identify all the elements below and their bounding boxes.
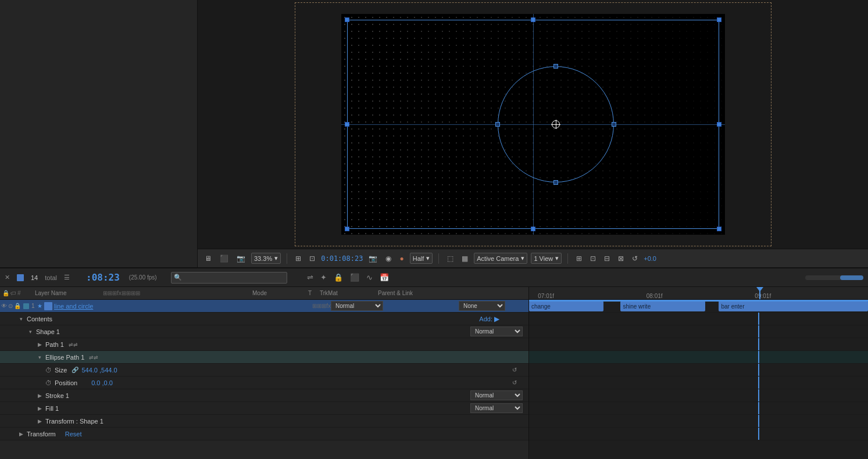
- trkmat-col-header: TrkMat: [320, 290, 378, 296]
- chain-size: 🔗: [72, 367, 78, 373]
- solo-icon-1[interactable]: ⊙: [8, 303, 13, 309]
- viewer-btn-info[interactable]: ⊟: [602, 253, 612, 264]
- viewer-btn-transparency[interactable]: ▦: [459, 253, 470, 264]
- favorite-star-1[interactable]: ★: [37, 303, 42, 309]
- ellipse-handle-right[interactable]: [612, 122, 616, 127]
- tl-btn-lock[interactable]: 🔒: [333, 272, 344, 283]
- stroke1-mode-cell: Normal: [470, 390, 528, 400]
- expand-contents[interactable]: ▾: [17, 315, 24, 322]
- comp-menu-icon[interactable]: ☰: [64, 274, 70, 281]
- lock-icon-1[interactable]: 🔒: [14, 303, 21, 309]
- handle-br[interactable]: [717, 227, 721, 231]
- tl-btn-calendar[interactable]: 📅: [378, 272, 390, 283]
- tick-path1: [758, 338, 759, 350]
- viewer-btn-sync[interactable]: ↺: [630, 253, 640, 264]
- mode-cell-1: Normal: [331, 301, 389, 311]
- mode-select-1[interactable]: Normal: [331, 301, 383, 311]
- transform-shape1-label: Transform : Shape 1: [45, 418, 103, 425]
- tick-transform: [758, 428, 759, 440]
- ellipse-handle-left[interactable]: [495, 122, 500, 127]
- shape1-mode-select[interactable]: Normal: [470, 327, 523, 336]
- handle-tl[interactable]: [345, 17, 349, 22]
- viewer-btn-render[interactable]: ⊞: [574, 253, 584, 264]
- ellipse-handle-top[interactable]: [553, 64, 558, 69]
- eye-icon-1[interactable]: 👁: [1, 303, 7, 309]
- views-dropdown[interactable]: 1 View ▾: [531, 253, 562, 264]
- stopwatch-size[interactable]: ⏱: [45, 367, 52, 374]
- ellipse-handle-bottom[interactable]: [553, 180, 558, 185]
- viewer-btn-screen[interactable]: ⬛: [217, 253, 231, 264]
- quality-chevron: ▾: [426, 254, 430, 262]
- expand-path1[interactable]: ▶: [36, 341, 43, 348]
- viewer-btn-grid[interactable]: ⊞: [293, 253, 303, 264]
- prop-row-transform: ▶ Transform Reset: [0, 428, 528, 440]
- ellipse-icon1: ⇌⇌: [89, 354, 98, 360]
- viewer-btn-flow[interactable]: ⊠: [616, 253, 626, 264]
- reset-btn[interactable]: Reset: [65, 431, 82, 438]
- size-label: Size: [55, 367, 67, 374]
- viewer-toolbar: 🖥 ⬛ 📷 33.3% ▾ ⊞ ⊡ 0:01:08:23 📷 ◉ ● Half …: [198, 249, 868, 267]
- track-row-position: [529, 376, 868, 389]
- timeline-right-toolbar: ⇌ ✦ 🔒 ⬛ ∿ 📅: [301, 272, 395, 283]
- tick-size: [758, 364, 759, 376]
- playhead-triangle: [756, 287, 763, 292]
- camera-dropdown[interactable]: Active Camera ▾: [474, 253, 527, 264]
- time-marker-3: 09:01f: [755, 293, 771, 299]
- viewer-btn-region[interactable]: ⬚: [445, 253, 456, 264]
- fill1-mode-cell: Normal: [470, 403, 528, 413]
- viewer-btn-monitor[interactable]: 🖥: [202, 253, 214, 264]
- tick-contents: [758, 313, 759, 325]
- tl-btn-parent[interactable]: ⇌: [306, 272, 315, 283]
- viewer-btn-safe[interactable]: ⊡: [307, 253, 317, 264]
- expand-transform[interactable]: ▶: [17, 431, 24, 438]
- position-value[interactable]: 0.0 ,0.0: [91, 379, 113, 386]
- stopwatch-position[interactable]: ⏱: [45, 379, 52, 386]
- tl-btn-wave[interactable]: ∿: [365, 272, 374, 283]
- viewer-btn-color[interactable]: ◉: [383, 253, 394, 264]
- zoom-dropdown[interactable]: 33.3% ▾: [251, 253, 281, 264]
- layer-count: 14: [31, 274, 38, 281]
- add-contents-btn[interactable]: Add: ▶: [479, 315, 499, 323]
- handle-tr[interactable]: [717, 17, 721, 22]
- comp-tab-name[interactable]: total: [45, 274, 57, 281]
- prop-row-size: ⏱ Size 🔗 544.0 ,544.0 ↺: [0, 364, 528, 376]
- stroke1-mode-select[interactable]: Normal: [470, 390, 523, 400]
- clip-shine-write[interactable]: shine write: [620, 301, 705, 311]
- track-row-contents: [529, 313, 868, 325]
- clip-change[interactable]: change: [529, 301, 603, 311]
- tag-col-icon: 🏷: [10, 290, 16, 296]
- handle-bl[interactable]: [345, 227, 349, 231]
- quality-dropdown[interactable]: Half ▾: [410, 253, 433, 264]
- layer-row-1[interactable]: 👁 ⊙ 🔒 1 ★ line and circle ⊞⊞⊞fx Normal: [0, 300, 528, 313]
- expand-shape1[interactable]: ▾: [27, 328, 34, 335]
- expand-ellipse[interactable]: ▾: [36, 354, 43, 361]
- loop-position: ↺: [512, 379, 517, 386]
- playhead[interactable]: [759, 287, 760, 299]
- size-value[interactable]: 544.0 ,544.0: [81, 367, 117, 374]
- search-container: 🔍: [171, 272, 287, 284]
- viewer-btn-camera[interactable]: 📷: [234, 253, 248, 264]
- parent-select-1[interactable]: None: [459, 301, 505, 311]
- time-ruler: 07:01f 08:01f 09:01f: [529, 287, 868, 300]
- zoom-chevron: ▾: [274, 254, 278, 262]
- t-col-label: T: [308, 290, 312, 296]
- viewer-btn-snapshot[interactable]: 📷: [366, 253, 380, 264]
- tl-btn-shapes[interactable]: ⬛: [349, 272, 360, 283]
- tick-fill1: [758, 402, 759, 414]
- expand-transform-shape1[interactable]: ▶: [36, 418, 43, 425]
- prop-row-ellipse[interactable]: ▾ Ellipse Path 1 ⇌⇌: [0, 351, 528, 364]
- viewer-btn-export[interactable]: ⊡: [588, 253, 598, 264]
- clip-shine-label: shine write: [623, 303, 651, 310]
- expand-stroke1[interactable]: ▶: [36, 392, 43, 399]
- expand-fill1[interactable]: ▶: [36, 405, 43, 412]
- layer-search-input[interactable]: [171, 272, 287, 284]
- tl-btn-star[interactable]: ✦: [319, 272, 328, 283]
- center-v-line: [556, 120, 556, 129]
- clip-bar-enter[interactable]: bar enter: [719, 301, 868, 311]
- viewer-btn-channels[interactable]: ●: [397, 253, 406, 264]
- fill1-mode-select[interactable]: Normal: [470, 403, 523, 413]
- timeline-scrollbar-top[interactable]: [805, 275, 863, 280]
- prop-row-path1: ▶ Path 1 ⇌⇌: [0, 338, 528, 351]
- shape1-label: Shape 1: [36, 328, 60, 335]
- search-icon: 🔍: [174, 274, 182, 281]
